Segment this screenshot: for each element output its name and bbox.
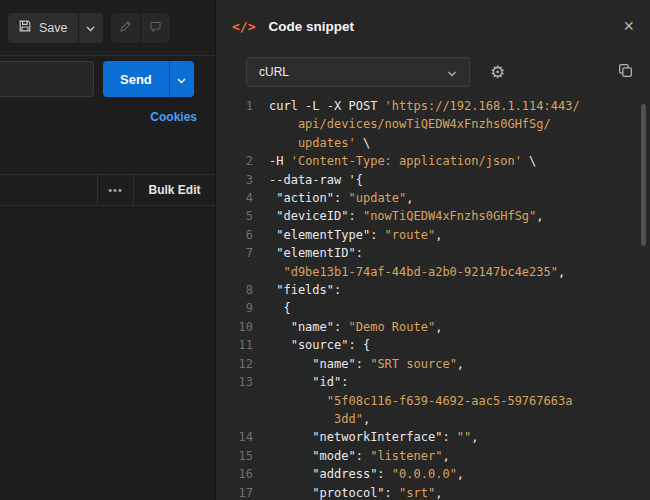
code-row: 7 "elementID": [216,244,650,262]
code-line-text: "name": "Demo Route", [253,318,650,336]
line-number: 3 [216,171,253,189]
code-row: 5 "deviceID": "nowTiQEDW4xFnzhs0GHfSg", [216,207,650,225]
code-row: 15 "mode": "listener", [216,447,650,465]
line-number: 7 [216,244,253,262]
cookies-row: Cookies [0,102,215,132]
vertical-scrollbar[interactable] [641,104,646,246]
bulk-edit-button[interactable]: Bulk Edit [133,175,215,205]
line-number: 6 [216,226,253,244]
close-button[interactable]: × [623,17,634,35]
chevron-down-icon [86,20,95,35]
code-row: updates' \ [216,134,650,152]
code-line-text: "id": [253,373,650,391]
code-row: 16 "address": "0.0.0.0", [216,465,650,483]
code-snippet-panel: </> Code snippet × cURL ⚙ 1curl -L -X PO… [215,0,650,500]
code-line-text: "address": "0.0.0.0", [253,465,650,483]
code-line-text: "source": { [253,336,650,354]
code-row: 4 "action": "update", [216,189,650,207]
code-row: 9 { [216,299,650,317]
comment-button[interactable] [141,13,170,43]
code-line-text: "elementType": "route", [253,226,650,244]
line-number: 12 [216,355,253,373]
code-line-text: { [253,299,650,317]
code-row: 3--data-raw '{ [216,171,650,189]
send-button-group: Send [103,61,194,97]
language-select[interactable]: cURL [246,57,470,87]
code-line-text: "action": "update", [253,189,650,207]
send-button-label: Send [120,72,152,87]
copy-button[interactable] [617,62,634,82]
line-number: 11 [216,336,253,354]
code-line-text: "mode": "listener", [253,447,650,465]
chevron-down-icon [447,63,457,81]
code-line-text: "name": "SRT source", [253,355,650,373]
code-row: 6 "elementType": "route", [216,226,650,244]
code-line-text: "5f08c116-f639-4692-aac5-59767663a [253,392,650,410]
code-line-text: "protocol": "srt", [253,484,650,500]
save-button-label: Save [39,21,68,35]
code-row: 1curl -L -X POST 'https://192.168.1.114:… [216,97,650,115]
cookies-link[interactable]: Cookies [150,110,197,124]
code-line-text: --data-raw '{ [253,171,650,189]
line-number: 17 [216,484,253,500]
settings-gear-icon[interactable]: ⚙ [490,64,505,81]
save-icon [18,19,32,36]
code-line-text: "deviceID": "nowTiQEDW4xFnzhs0GHfSg", [253,207,650,225]
save-dropdown-button[interactable] [79,13,103,43]
request-topbar: Save [0,0,215,56]
pencil-icon [119,20,132,36]
url-input[interactable] [0,61,94,97]
params-header-row: ••• Bulk Edit [0,174,215,206]
code-row: 12 "name": "SRT source", [216,355,650,373]
code-row: 13 "id": [216,373,650,391]
chevron-down-icon [177,72,186,87]
left-empty-area [0,206,215,500]
code-row: 8 "fields": [216,281,650,299]
copy-icon [617,62,634,82]
code-line-text: api/devices/nowTiQEDW4xFnzhs0GHfSg/ [253,115,650,133]
code-row: 3dd", [216,410,650,428]
code-row: "d9be13b1-74af-44bd-a2b0-92147bc4e235", [216,263,650,281]
code-line-text: "d9be13b1-74af-44bd-a2b0-92147bc4e235", [253,263,650,281]
line-number [216,263,253,281]
line-number: 13 [216,373,253,391]
line-number: 16 [216,465,253,483]
code-row: 17 "protocol": "srt", [216,484,650,500]
line-number: 4 [216,189,253,207]
params-header-spacer [0,175,97,205]
line-number: 5 [216,207,253,225]
line-number [216,392,253,410]
send-dropdown-button[interactable] [169,61,194,97]
code-line-text: "elementID": [253,244,650,262]
secondary-actions-group [111,13,170,43]
line-number: 10 [216,318,253,336]
code-lines: 1curl -L -X POST 'https://192.168.1.114:… [216,97,650,500]
send-button[interactable]: Send [103,61,169,97]
line-number: 14 [216,428,253,446]
code-row: 14 "networkInterface": "", [216,428,650,446]
panel-header: </> Code snippet × [216,0,650,52]
line-number: 8 [216,281,253,299]
language-select-value: cURL [259,65,447,79]
line-number [216,410,253,428]
code-line-text: "networkInterface": "", [253,428,650,446]
line-number: 2 [216,152,253,170]
code-line-text: updates' \ [253,134,650,152]
edit-button[interactable] [111,13,140,43]
more-actions-button[interactable]: ••• [97,175,133,205]
save-button[interactable]: Save [8,13,78,43]
code-line-text: -H 'Content-Type: application/json' \ [253,152,650,170]
code-snippet-icon: </> [232,19,255,34]
comment-icon [149,20,162,36]
request-editor-region: Save [0,0,215,500]
code-row: api/devices/nowTiQEDW4xFnzhs0GHfSg/ [216,115,650,133]
code-line-text: curl -L -X POST 'https://192.168.1.114:4… [253,97,650,115]
url-row: Send [0,56,215,102]
code-line-text: "fields": [253,281,650,299]
code-row: 11 "source": { [216,336,650,354]
line-number: 9 [216,299,253,317]
panel-toolbar: cURL ⚙ [216,52,650,92]
line-number [216,134,253,152]
line-number: 1 [216,97,253,115]
line-number: 15 [216,447,253,465]
